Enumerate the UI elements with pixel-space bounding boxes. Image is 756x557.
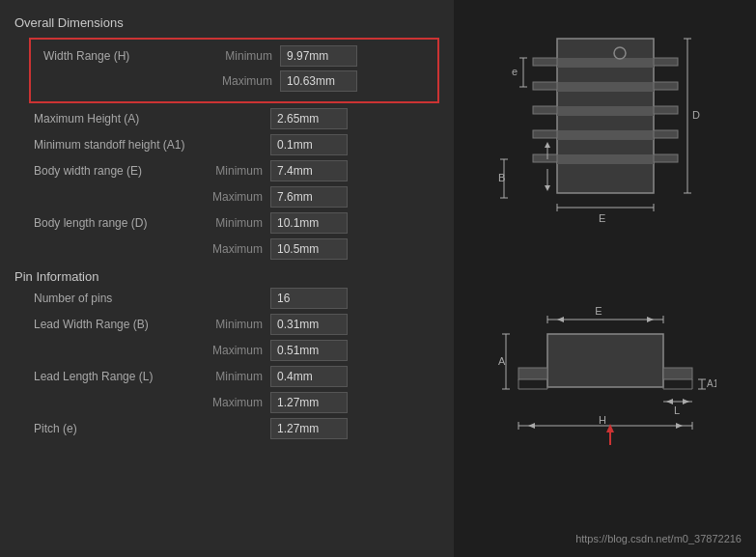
svg-rect-17 bbox=[654, 154, 678, 162]
svg-rect-4 bbox=[557, 106, 654, 116]
width-range-group: Width Range (H) Minimum 9.97mm Maximum 1… bbox=[29, 38, 439, 103]
width-max-value[interactable]: 10.63mm bbox=[280, 70, 357, 92]
left-panel: Overall Dimensions Width Range (H) Minim… bbox=[0, 0, 454, 557]
overall-dimensions-title: Overall Dimensions bbox=[14, 15, 439, 30]
lead-width-max-label: Maximum bbox=[208, 344, 270, 357]
svg-rect-10 bbox=[533, 106, 557, 114]
svg-rect-3 bbox=[557, 82, 654, 92]
pitch-row: Pitch (e) 1.27mm bbox=[14, 418, 439, 439]
width-range-label: Width Range (H) bbox=[43, 49, 217, 63]
num-pins-row: Number of pins 16 bbox=[14, 288, 439, 309]
width-min-value[interactable]: 9.97mm bbox=[280, 45, 357, 67]
lead-width-label: Lead Width Range (B) bbox=[34, 318, 208, 331]
svg-rect-2 bbox=[557, 58, 654, 68]
svg-rect-41 bbox=[663, 368, 692, 379]
body-length-min-label: Minimum bbox=[208, 216, 270, 230]
lead-width-max-row: Maximum 0.51mm bbox=[14, 340, 439, 361]
standoff-row: Minimum standoff height (A1) 0.1mm bbox=[14, 134, 439, 155]
url-text: https://blog.csdn.net/m0_37872216 bbox=[575, 533, 746, 547]
svg-text:e: e bbox=[512, 66, 518, 77]
body-width-max-value[interactable]: 7.6mm bbox=[270, 186, 348, 208]
svg-text:B: B bbox=[498, 172, 505, 183]
num-pins-label: Number of pins bbox=[34, 292, 208, 305]
lead-width-min-row: Lead Width Range (B) Minimum 0.31mm bbox=[14, 314, 439, 335]
body-length-max-value[interactable]: 10.5mm bbox=[270, 238, 348, 260]
standoff-label: Minimum standoff height (A1) bbox=[34, 138, 208, 152]
svg-text:L: L bbox=[674, 404, 680, 416]
svg-rect-11 bbox=[533, 130, 557, 138]
pitch-value[interactable]: 1.27mm bbox=[270, 418, 348, 439]
svg-text:H: H bbox=[599, 414, 606, 426]
svg-text:D: D bbox=[692, 109, 700, 121]
lead-width-min-label: Minimum bbox=[208, 318, 270, 331]
body-width-min-value[interactable]: 7.4mm bbox=[270, 160, 348, 181]
svg-rect-40 bbox=[518, 368, 547, 379]
lead-length-max-value[interactable]: 1.27mm bbox=[270, 392, 348, 413]
body-width-min-label: Minimum bbox=[208, 164, 270, 178]
svg-text:E: E bbox=[599, 212, 605, 224]
body-length-min-value[interactable]: 10.1mm bbox=[270, 212, 348, 234]
body-width-max-row: Maximum 7.6mm bbox=[14, 186, 439, 208]
lead-length-label: Lead Length Range (L) bbox=[34, 370, 208, 383]
svg-rect-5 bbox=[557, 130, 654, 140]
standoff-value[interactable]: 0.1mm bbox=[270, 134, 348, 155]
svg-rect-8 bbox=[533, 58, 557, 66]
num-pins-value[interactable]: 16 bbox=[270, 288, 348, 309]
width-range-max-row: Maximum 10.63mm bbox=[39, 70, 430, 92]
width-range-min-row: Width Range (H) Minimum 9.97mm bbox=[39, 45, 430, 67]
svg-text:E: E bbox=[595, 305, 602, 317]
width-max-label: Maximum bbox=[217, 74, 280, 88]
width-min-label: Minimum bbox=[217, 49, 280, 63]
body-width-max-label: Maximum bbox=[208, 190, 270, 204]
body-length-min-row: Body length range (D) Minimum 10.1mm bbox=[14, 212, 439, 234]
svg-rect-16 bbox=[654, 130, 678, 138]
svg-text:A: A bbox=[498, 355, 506, 367]
pitch-label: Pitch (e) bbox=[34, 422, 208, 435]
lead-length-min-value[interactable]: 0.4mm bbox=[270, 366, 348, 387]
pin-information-title: Pin Information bbox=[14, 269, 439, 284]
svg-rect-9 bbox=[533, 82, 557, 90]
svg-rect-13 bbox=[654, 58, 678, 66]
lead-length-max-row: Maximum 1.27mm bbox=[14, 392, 439, 413]
diagram-bottom: E A A1 L bbox=[494, 286, 716, 479]
lead-length-max-label: Maximum bbox=[208, 396, 270, 409]
right-panel: e B D E bbox=[454, 0, 756, 557]
lead-width-min-value[interactable]: 0.31mm bbox=[270, 314, 348, 335]
max-height-label: Maximum Height (A) bbox=[34, 112, 208, 125]
body-width-min-row: Body width range (E) Minimum 7.4mm bbox=[14, 160, 439, 181]
body-width-label: Body width range (E) bbox=[34, 164, 208, 178]
svg-rect-12 bbox=[533, 154, 557, 162]
lead-length-min-label: Minimum bbox=[208, 370, 270, 383]
svg-rect-39 bbox=[547, 334, 663, 387]
svg-rect-6 bbox=[557, 154, 654, 164]
main-container: Overall Dimensions Width Range (H) Minim… bbox=[0, 0, 756, 557]
body-length-max-row: Maximum 10.5mm bbox=[14, 238, 439, 260]
lead-width-max-value[interactable]: 0.51mm bbox=[270, 340, 348, 361]
body-length-label: Body length range (D) bbox=[34, 216, 208, 230]
svg-rect-14 bbox=[654, 82, 678, 90]
lead-length-min-row: Lead Length Range (L) Minimum 0.4mm bbox=[14, 366, 439, 387]
max-height-value[interactable]: 2.65mm bbox=[270, 108, 348, 129]
svg-rect-15 bbox=[654, 106, 678, 114]
diagram-top: e B D E bbox=[494, 10, 716, 232]
body-length-max-label: Maximum bbox=[208, 242, 270, 256]
svg-text:A1: A1 bbox=[707, 378, 716, 389]
max-height-row: Maximum Height (A) 2.65mm bbox=[14, 108, 439, 129]
